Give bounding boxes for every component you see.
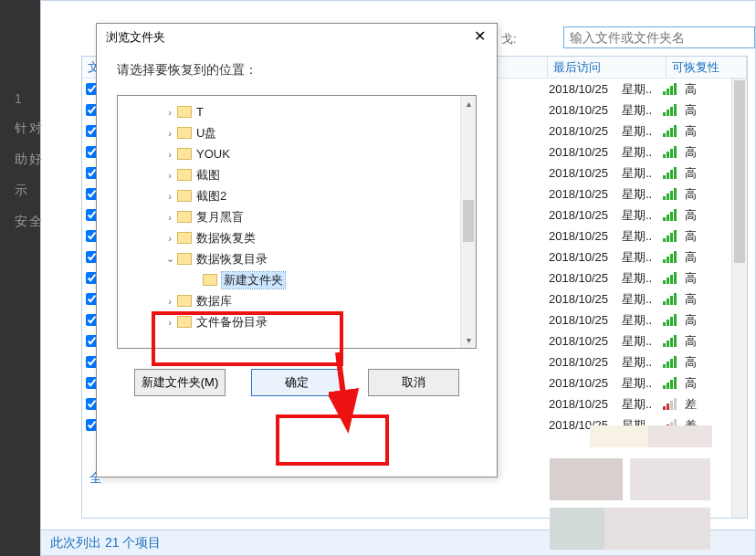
scroll-down-icon[interactable]: ▾ [461,332,476,348]
tree-node[interactable]: ›复月黑盲 [118,206,476,227]
file-weekday: 星期.. [622,354,663,371]
censored-block [590,425,648,447]
tree-node[interactable]: ›U盘 [118,122,476,143]
file-weekday: 星期.. [622,228,663,245]
file-weekday: 星期.. [622,396,663,413]
signal-icon [663,293,685,305]
browse-folder-dialog: 浏览文件夹 ✕ 请选择要恢复到的位置： ›T›U盘›YOUK›截图›截图2›复月… [96,23,498,477]
expand-caret-icon[interactable]: › [163,212,176,223]
tree-node-label: 新建文件夹 [222,272,285,288]
file-weekday: 星期.. [622,291,663,308]
expand-caret-icon[interactable]: › [163,317,176,328]
tree-node-label: 数据恢复类 [196,230,256,247]
col-last-access[interactable]: 最后访问 [548,57,667,78]
recoverability: 高 [685,165,697,182]
file-date: 2018/10/25 [549,376,622,390]
dialog-title: 浏览文件夹 [106,29,165,46]
recoverability: 高 [685,270,697,287]
search-label: 戈: [501,31,517,47]
signal-icon [663,398,685,410]
signal-icon [663,335,685,347]
expand-caret-icon[interactable]: › [163,233,176,244]
folder-icon [177,148,192,160]
recoverability: 高 [685,228,697,245]
folder-tree[interactable]: ›T›U盘›YOUK›截图›截图2›复月黑盲›数据恢复类⌄数据恢复目录新建文件夹… [117,95,477,349]
tree-node[interactable]: ⌄数据恢复目录 [118,248,476,269]
recoverability: 高 [685,81,697,98]
file-weekday: 星期.. [622,165,663,182]
recoverability: 高 [685,249,697,266]
recoverability: 差 [685,396,697,413]
file-weekday: 星期.. [622,375,663,392]
tree-node[interactable]: ›数据库 [118,290,476,311]
expand-caret-icon[interactable]: › [163,149,176,160]
file-date: 2018/10/25 [549,292,622,306]
signal-icon [663,104,685,116]
expand-caret-icon[interactable]: › [163,191,176,202]
recoverability: 高 [685,312,697,329]
file-weekday: 星期.. [622,207,663,224]
file-weekday: 星期.. [622,312,663,329]
tree-scrollbar-thumb[interactable] [463,200,474,242]
file-weekday: 星期.. [622,333,663,350]
tree-node[interactable]: 新建文件夹 [118,269,476,290]
signal-icon [663,167,685,179]
recoverability: 高 [685,291,697,308]
recoverability: 高 [685,144,697,161]
file-date: 2018/10/25 [549,397,622,411]
search-input[interactable] [563,26,755,48]
tree-node-label: 截图2 [196,188,226,205]
tree-node[interactable]: ›数据恢复类 [118,227,476,248]
tree-node[interactable]: ›T [118,101,476,122]
tree-node[interactable]: ›文件备份目录 [118,311,476,332]
expand-caret-icon[interactable]: › [163,170,176,181]
signal-icon [663,377,685,389]
ok-button[interactable]: 确定 [251,369,342,396]
close-button[interactable]: ✕ [469,27,489,47]
folder-icon [177,253,192,265]
file-date: 2018/10/25 [549,166,622,180]
expand-caret-icon[interactable]: › [163,107,176,118]
file-weekday: 星期.. [622,102,663,119]
tree-node-label: YOUK [196,147,230,161]
file-date: 2018/10/25 [549,124,622,138]
tree-node-label: U盘 [196,125,216,142]
recoverability: 高 [685,375,697,392]
signal-icon [663,209,685,221]
expand-caret-icon[interactable]: › [163,296,176,307]
file-weekday: 星期.. [622,249,663,266]
signal-icon [663,272,685,284]
file-weekday: 星期.. [622,270,663,287]
scroll-up-icon[interactable]: ▴ [461,96,476,111]
tree-node-label: 文件备份目录 [196,314,268,330]
tree-node-label: 数据恢复目录 [196,251,268,268]
expand-caret-icon[interactable]: › [163,128,176,139]
cancel-button[interactable]: 取消 [368,369,459,396]
signal-icon [663,188,685,200]
tree-node[interactable]: ›截图 [118,164,476,185]
expand-caret-icon[interactable]: ⌄ [163,253,176,265]
new-folder-button[interactable]: 新建文件夹(M) [134,369,226,396]
censored-block [630,458,710,500]
col-recoverability[interactable]: 可恢复性 [667,57,747,78]
file-date: 2018/10/25 [549,229,622,243]
recoverability: 高 [685,102,697,119]
tree-node-label: T [196,105,204,119]
file-scrollbar[interactable] [731,79,747,518]
folder-icon [177,232,192,244]
signal-icon [663,314,685,326]
tree-node[interactable]: ›截图2 [118,185,476,206]
dialog-prompt: 请选择要恢复到的位置： [117,62,477,79]
tree-node-label: 数据库 [196,293,232,309]
signal-icon [663,356,685,368]
file-date: 2018/10/25 [549,355,622,369]
folder-icon [177,211,192,223]
folder-icon [177,106,192,118]
file-weekday: 星期.. [622,186,663,203]
censored-block [550,508,604,550]
signal-icon [663,251,685,263]
scrollbar-thumb[interactable] [734,80,745,263]
tree-node[interactable]: ›YOUK [118,143,476,164]
tree-scrollbar[interactable]: ▴ ▾ [460,96,476,348]
signal-icon [663,230,685,242]
